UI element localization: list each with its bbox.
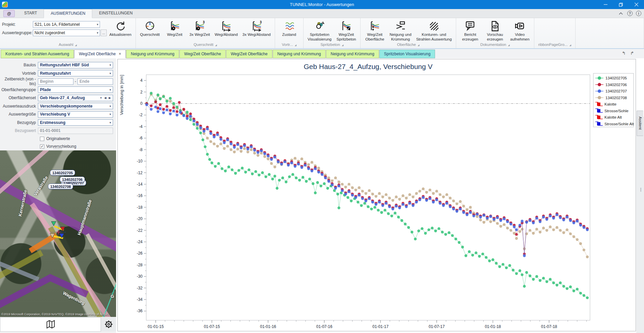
data-point: [337, 206, 340, 209]
date-to-input[interactable]: Ende: [77, 78, 113, 85]
assistant-tab[interactable]: Assitent: [637, 111, 643, 136]
dialog-launcher-icon[interactable]: ◢: [569, 44, 571, 46]
ribbon-button-3x-weg-zeit[interactable]: 33x Weg/Zeit: [187, 20, 212, 37]
ribbon-button-3x-weg-abstand[interactable]: 33x Weg/Abstand: [240, 20, 273, 37]
dialog-launcher-icon[interactable]: ◢: [342, 44, 343, 46]
gear-icon: [104, 319, 114, 329]
browse-dots-button[interactable]: ...: [101, 29, 107, 36]
data-point: [346, 196, 349, 199]
ribbon-button-konturen-und-strahlen-auswertung[interactable]: Konturen- und Strahlen Auswertung: [414, 20, 454, 42]
data-point: [391, 199, 394, 202]
doc-tab-spritzbeton-visualisierung[interactable]: Spritzbeton Visualisierung: [379, 50, 435, 58]
splitter-handle[interactable]: ▪▪▪▪▪▪: [0, 147, 116, 150]
ribbon-button-neigung-und-kr-mmung[interactable]: Neigung und Krümmung: [387, 20, 413, 42]
dialog-launcher-icon[interactable]: ◢: [294, 44, 296, 46]
data-point: [337, 185, 340, 187]
form-label-vortrieb: Vortrieb: [0, 71, 38, 76]
data-point: [203, 130, 205, 132]
map-chip-1340202706[interactable]: 1340202706: [60, 177, 85, 182]
info-icon[interactable]: i: [636, 11, 641, 16]
data-point: [418, 190, 421, 192]
ribbon-button-spritzbeton-visualisierung[interactable]: Spritzbeton Visualisierung: [306, 20, 333, 42]
dialog-launcher-icon[interactable]: ◢: [418, 44, 419, 46]
doc-tab-neigung-und-kr-mmung[interactable]: Neigung und Krümmung: [326, 50, 379, 58]
select-baulos[interactable]: Rettungszufahrt HBF Süd▾: [38, 62, 113, 68]
nav-forward-icon[interactable]: ↱: [630, 51, 634, 56]
checkbox-originalwerte[interactable]: [40, 137, 44, 141]
map-settings-button[interactable]: [101, 317, 116, 332]
doc-tab-weg-zeit-oberfl-che[interactable]: Weg/Zeit Oberfläche: [179, 50, 226, 58]
ribbon-button-video-aufnehmen[interactable]: Video aufnehmen: [508, 20, 532, 42]
ribbon-tab-einstellungen[interactable]: EINSTELLUNGEN: [92, 9, 139, 18]
dialog-launcher-icon[interactable]: ◢: [508, 44, 509, 46]
data-point: [314, 192, 317, 194]
data-point: [458, 241, 461, 244]
app-menu-button[interactable]: @: [3, 10, 15, 17]
select-auswerteausdruck[interactable]: Verschiebungskomponente▾: [38, 103, 113, 109]
data-point: [216, 145, 219, 147]
data-point: [452, 200, 455, 202]
map-chip-1340202705[interactable]: 1340202705: [50, 170, 75, 176]
doc-tab-weg-zeit-oberfl-che[interactable]: Weg/Zeit Oberfläche×: [74, 50, 126, 58]
field-combo-auswertegruppe[interactable]: Nicht zugeordnet▾: [33, 29, 100, 36]
ribbon-button-bericht-erzeugen[interactable]: Bericht erzeugen: [458, 20, 482, 42]
next-arrow-icon[interactable]: ▶: [109, 96, 111, 99]
ribbon-button-weg-zeit-oberfl-che[interactable]: Weg/Zeit Oberfläche: [363, 20, 387, 42]
close-button[interactable]: [629, 0, 644, 9]
nav-back-icon[interactable]: ↰: [622, 51, 626, 56]
data-point: [206, 128, 209, 130]
ribbon-collapse-icon[interactable]: [618, 10, 624, 16]
ribbon-button-weg-abstand[interactable]: Weg/Abstand: [213, 20, 240, 37]
vertical-splitter-handle[interactable]: ▪▪▪▪: [640, 188, 641, 192]
data-point: [169, 109, 172, 112]
map-chip-1340202708[interactable]: 1340202708: [48, 184, 73, 189]
data-point: [509, 223, 512, 225]
help-icon[interactable]: ?: [627, 11, 633, 16]
map-layers-button[interactable]: [0, 317, 101, 332]
minimize-button[interactable]: [598, 0, 613, 9]
data-point: [358, 194, 361, 196]
chevron-down-icon: ▾: [109, 72, 111, 75]
dialog-launcher-icon[interactable]: ◢: [215, 44, 217, 46]
map-preview[interactable]: KernerstraßeVerastraßeHauptmannstraßeWag…: [0, 150, 116, 317]
doc-tab-weg-zeit-oberfl-che[interactable]: Weg/Zeit Oberfläche: [226, 50, 272, 58]
ribbon-button-vorschau-erzeugen[interactable]: Vorschau erzeugen: [483, 20, 507, 42]
y-tick-label: -28: [137, 263, 143, 267]
ribbon-tab-start[interactable]: START: [17, 9, 44, 18]
date-from-input[interactable]: Beginn: [38, 78, 73, 85]
data-point: [273, 156, 276, 158]
select-vortrieb[interactable]: Rettungszufahrt▾: [38, 70, 113, 76]
select-value: Verschiebung V: [40, 112, 70, 117]
data-point: [583, 226, 585, 229]
select-oberfl-chenset[interactable]: Geb Haus-27_4_Aufzug▾◀▶: [38, 95, 113, 101]
ribbon-button-aktualisieren[interactable]: Aktualisieren: [107, 20, 133, 37]
doc-tab-konturen-und-strahlen-auswertung[interactable]: Konturen- und Strahlen Auswertung: [1, 50, 74, 58]
data-point: [573, 221, 575, 224]
data-point: [542, 216, 545, 218]
ribbon-button-weg-zeit[interactable]: Weg/Zeit: [163, 20, 187, 37]
doc-tab-neigung-und-kr-mmung[interactable]: Neigung und Krümmung: [273, 50, 326, 58]
field-combo-projekt[interactable]: S21, Los 1A, Fildertunnel▾: [33, 21, 100, 28]
data-point: [159, 97, 161, 100]
ribbon-button-zustand[interactable]: Zustand: [277, 20, 301, 37]
ribbon-button-querschnitt[interactable]: Querschnitt: [138, 20, 162, 37]
select-auswertegr-e[interactable]: Verschiebung V▾: [38, 111, 113, 118]
doc-tab-neigung-und-kr-mmung[interactable]: Neigung und Krümmung: [126, 50, 179, 58]
dialog-launcher-icon[interactable]: ◢: [75, 44, 76, 46]
data-point: [150, 105, 153, 107]
prev-arrow-icon[interactable]: ◀: [104, 96, 106, 99]
restore-button[interactable]: [613, 0, 629, 9]
data-point: [449, 197, 451, 199]
data-point: [559, 281, 561, 284]
data-point: [454, 238, 457, 240]
data-point: [311, 161, 313, 163]
ribbon-tab-auswertungen[interactable]: AUSWERTUNGEN: [44, 9, 92, 18]
close-icon[interactable]: ×: [119, 52, 121, 56]
select-bezugstyp[interactable]: Erstmessung▾: [38, 119, 113, 126]
ribbon-button-weg-zeit-spritzbeton[interactable]: Weg/Zeit Spritzbeton: [334, 20, 358, 42]
map-point-marker-0[interactable]: [51, 221, 56, 226]
data-point: [294, 165, 297, 168]
data-point: [295, 177, 298, 179]
data-point: [217, 162, 220, 165]
select-oberfl-chengruppe[interactable]: Pfade▾: [38, 86, 113, 93]
